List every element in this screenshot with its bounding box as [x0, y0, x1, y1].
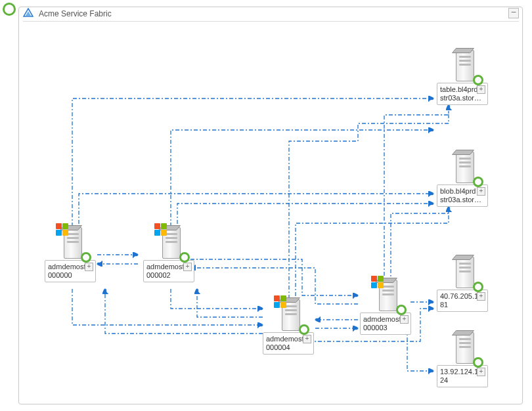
node-admdemosf-000003[interactable]: admdemosf 000003 +	[360, 276, 411, 335]
expand-node-button[interactable]: +	[303, 335, 311, 343]
node-label: 40.76.205.1 81 +	[437, 290, 488, 312]
expand-node-button[interactable]: +	[183, 263, 192, 271]
status-ring-icon	[473, 357, 483, 368]
node-ip-40-76-205-181[interactable]: 40.76.205.1 81 +	[437, 253, 488, 312]
node-label: admdemosf 000002 +	[143, 260, 194, 282]
node-label: 13.92.124.1 24 +	[437, 365, 488, 387]
expand-node-button[interactable]: +	[400, 315, 409, 324]
status-ring-icon	[299, 324, 309, 335]
panel-status-ring	[3, 3, 16, 16]
node-name-line1: table.bl4prd	[440, 85, 478, 93]
node-label: admdemosf 000000 +	[45, 260, 96, 282]
node-admdemosf-000004[interactable]: admdemosf 000004 +	[263, 295, 314, 355]
status-ring-icon	[473, 282, 483, 292]
service-fabric-icon	[23, 8, 33, 18]
header-divider	[23, 21, 519, 22]
node-admdemosf-000000[interactable]: admdemosf 000000 +	[45, 223, 96, 282]
node-ip-13-92-124-124[interactable]: 13.92.124.1 24 +	[437, 328, 488, 387]
status-ring-icon	[81, 252, 91, 263]
panel-title: Acme Service Fabric	[39, 9, 112, 18]
server-icon	[153, 223, 185, 257]
node-name-line1: admdemosf	[266, 335, 303, 343]
collapse-button[interactable]: –	[508, 8, 519, 18]
node-table-storage[interactable]: table.bl4prd str03a.stor… +	[437, 46, 488, 105]
status-ring-icon	[473, 177, 483, 187]
node-name-line1: admdemosf	[146, 263, 184, 270]
node-name-line2: 000003	[363, 324, 388, 332]
node-name-line2: 000004	[266, 343, 290, 351]
node-name-line1: admdemosf	[48, 263, 85, 270]
windows-icon	[56, 223, 70, 238]
windows-icon	[371, 276, 386, 290]
node-name-line1: 40.76.205.1	[440, 292, 478, 300]
expand-node-button[interactable]: +	[477, 292, 485, 301]
expand-node-button[interactable]: +	[477, 85, 485, 94]
node-name-line1: admdemosf	[363, 315, 401, 323]
server-icon	[447, 148, 478, 182]
server-icon	[447, 46, 478, 80]
server-icon	[447, 253, 478, 287]
server-icon	[273, 295, 304, 330]
node-label: table.bl4prd str03a.stor… +	[437, 83, 488, 105]
node-name-line2: 24	[440, 376, 448, 384]
status-ring-icon	[396, 305, 407, 315]
status-ring-icon	[179, 252, 190, 263]
server-icon	[55, 223, 86, 257]
node-name-line1: 13.92.124.1	[440, 368, 478, 376]
node-name-line2: 000000	[48, 271, 72, 279]
status-ring-icon	[473, 75, 483, 85]
node-blob-storage[interactable]: blob.bl4prd str03a.stor… +	[437, 148, 488, 207]
panel-header: Acme Service Fabric –	[23, 8, 519, 21]
node-name-line2: str03a.stor…	[440, 94, 481, 102]
node-name-line2: 000002	[146, 271, 171, 279]
node-label: admdemosf 000003 +	[360, 313, 411, 335]
server-icon	[447, 328, 478, 362]
node-label: blob.bl4prd str03a.stor… +	[437, 184, 488, 207]
expand-node-button[interactable]: +	[85, 263, 93, 271]
node-name-line2: 81	[440, 301, 448, 309]
node-admdemosf-000002[interactable]: admdemosf 000002 +	[143, 223, 194, 282]
expand-node-button[interactable]: +	[477, 368, 485, 376]
windows-icon	[154, 223, 169, 238]
windows-icon	[274, 295, 288, 310]
node-name-line1: blob.bl4prd	[440, 187, 476, 195]
node-name-line2: str03a.stor…	[440, 196, 481, 204]
expand-node-button[interactable]: +	[477, 187, 485, 196]
server-icon	[370, 276, 401, 310]
node-label: admdemosf 000004 +	[263, 332, 314, 355]
